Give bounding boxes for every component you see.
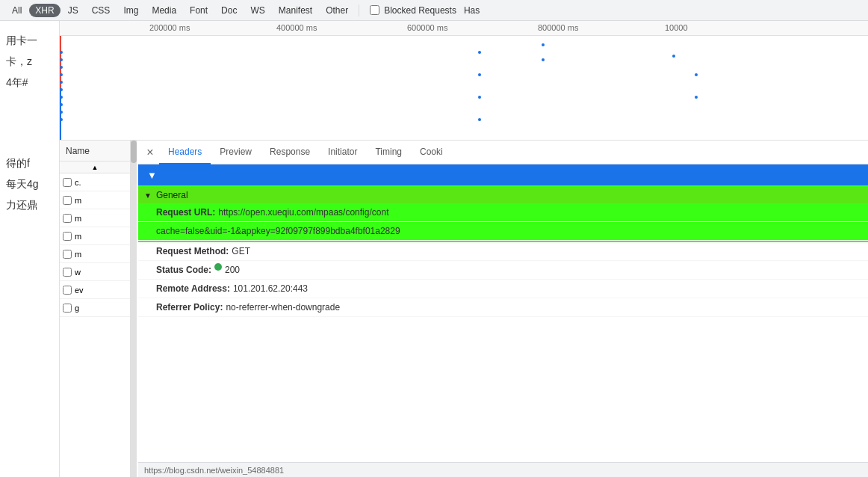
timeline-area: 200000 ms 400000 ms 600000 ms 800000 ms … (60, 21, 868, 141)
blocked-requests-label[interactable]: Blocked Requests (370, 5, 456, 16)
tick-10000: 10000 (665, 23, 688, 32)
details-panel: × Headers Preview Response Initiator Tim… (138, 141, 868, 477)
status-bar: https://blog.csdn.net/weixin_54884881 (138, 462, 868, 477)
waterfall-dot-mid (478, 51, 481, 54)
request-method-row: Request Method: GET (138, 242, 868, 261)
request-url-extra-row: cache=false&uid=-1&appkey=92f09797f899bd… (138, 222, 868, 241)
filter-all[interactable]: All (6, 4, 28, 17)
referrer-policy-row: Referrer Policy: no-referrer-when-downgr… (138, 298, 868, 317)
request-url-row: Request URL: https://open.xueqiu.com/mpa… (138, 203, 868, 222)
remote-address-row: Remote Address: 101.201.62.20:443 (138, 280, 868, 298)
status-code-value: 200 (225, 263, 240, 277)
tab-close-button[interactable]: × (141, 144, 159, 161)
sidebar-line-5: 每天4g (6, 173, 53, 194)
name-list-item-3[interactable]: m (60, 209, 130, 227)
scroll-up-area[interactable]: ▲ (60, 161, 130, 173)
waterfall-dot (60, 111, 63, 114)
filter-ws[interactable]: WS (244, 4, 270, 17)
filter-js[interactable]: JS (62, 4, 84, 17)
item-text-3: m (75, 214, 81, 223)
request-url-value[interactable]: https://open.xueqiu.com/mpaas/config/con… (218, 206, 388, 219)
waterfall-dot (60, 81, 63, 84)
name-list-item-6[interactable]: w (60, 263, 130, 281)
blocked-requests-text: Blocked Requests (384, 5, 456, 16)
waterfall-dot-mid6 (478, 118, 481, 121)
main-layout: 用卡一 卡，z 4年# 得的f 每天4g 力还鼎 200000 ms 40000… (0, 21, 868, 477)
item-text-2: m (75, 196, 81, 205)
request-url-extra: cache=false&uid=-1&appkey=92f09797f899bd… (156, 224, 400, 238)
waterfall-dot (60, 88, 63, 91)
section-collapse-icon: ▼ (144, 191, 152, 200)
sidebar-line-3: 4年# (6, 72, 53, 93)
filter-font[interactable]: Font (184, 4, 214, 17)
waterfall-dot (60, 103, 63, 106)
name-list-container: Name ▲ c. m m (60, 141, 138, 477)
item-text-7: ev (75, 286, 84, 295)
tab-timing[interactable]: Timing (366, 141, 411, 164)
filter-divider (359, 4, 359, 16)
name-list-header: Name (60, 141, 130, 161)
tab-headers[interactable]: Headers (159, 141, 211, 164)
item-checkbox-4[interactable] (63, 232, 72, 241)
name-list-item-7[interactable]: ev (60, 281, 130, 299)
waterfall-dot-mid2 (542, 58, 545, 61)
blocked-requests-checkbox[interactable] (370, 5, 379, 15)
tab-preview[interactable]: Preview (211, 141, 261, 164)
waterfall-dot-mid5 (478, 96, 481, 99)
item-text-4: m (75, 232, 81, 241)
name-list-item-1[interactable]: c. (60, 173, 130, 191)
name-list-item-5[interactable]: m (60, 245, 130, 263)
waterfall-dot-right2 (695, 73, 698, 76)
waterfall-dot (60, 73, 63, 76)
filter-manifest[interactable]: Manifest (273, 4, 318, 17)
waterfall-dot-right3 (695, 96, 698, 99)
filter-bar: All XHR JS CSS Img Media Font Doc WS Man… (0, 0, 868, 21)
waterfall-dot (60, 118, 63, 121)
waterfall-dot-mid3 (542, 43, 545, 46)
left-sidebar: 用卡一 卡，z 4年# 得的f 每天4g 力还鼎 (0, 21, 60, 477)
item-checkbox-7[interactable] (63, 286, 72, 295)
filter-doc[interactable]: Doc (215, 4, 243, 17)
item-text-8: g (75, 304, 79, 313)
item-text-5: m (75, 250, 81, 259)
filter-css[interactable]: CSS (86, 4, 117, 17)
referrer-policy-label: Referrer Policy: (156, 301, 223, 314)
tab-response[interactable]: Response (261, 141, 319, 164)
tick-800000: 800000 ms (538, 23, 578, 32)
filter-xhr[interactable]: XHR (29, 4, 60, 17)
sidebar-line-1: 用卡一 (6, 30, 53, 51)
item-checkbox-8[interactable] (63, 304, 72, 313)
bottom-split: Name ▲ c. m m (60, 141, 868, 477)
item-checkbox-1[interactable] (63, 178, 72, 187)
filter-other[interactable]: Other (320, 4, 354, 17)
waterfall-dot-mid4 (478, 73, 481, 76)
waterfall-dot (60, 96, 63, 99)
tab-initiator[interactable]: Initiator (319, 141, 366, 164)
name-list-item-2[interactable]: m (60, 191, 130, 209)
remote-address-value: 101.201.62.20:443 (233, 282, 308, 295)
status-dot-icon (214, 263, 222, 271)
sidebar-line-6: 力还鼎 (6, 194, 53, 215)
status-bar-url: https://blog.csdn.net/weixin_54884881 (144, 466, 284, 475)
general-section-label: General (156, 190, 188, 200)
item-checkbox-6[interactable] (63, 268, 72, 277)
filter-media[interactable]: Media (146, 4, 182, 17)
network-panel: 200000 ms 400000 ms 600000 ms 800000 ms … (60, 21, 868, 477)
filter-img[interactable]: Img (117, 4, 144, 17)
tick-600000: 600000 ms (407, 23, 447, 32)
request-method-value: GET (232, 244, 250, 258)
name-list: Name ▲ c. m m (60, 141, 131, 477)
name-list-item-8[interactable]: g (60, 299, 130, 317)
item-checkbox-3[interactable] (63, 214, 72, 223)
selected-request-text: ▼ (147, 170, 157, 181)
item-checkbox-2[interactable] (63, 196, 72, 205)
waterfall-dot-right (672, 55, 675, 58)
general-section: ▼ General Request URL: https://open.xueq… (138, 185, 868, 242)
name-list-item-4[interactable]: m (60, 227, 130, 245)
scroll-thumb[interactable] (131, 141, 137, 163)
item-text-6: w (75, 268, 81, 277)
item-checkbox-5[interactable] (63, 250, 72, 259)
general-section-header[interactable]: ▼ General (138, 187, 868, 203)
tab-cookies[interactable]: Cooki (411, 141, 452, 164)
scrollbar[interactable] (131, 141, 137, 477)
